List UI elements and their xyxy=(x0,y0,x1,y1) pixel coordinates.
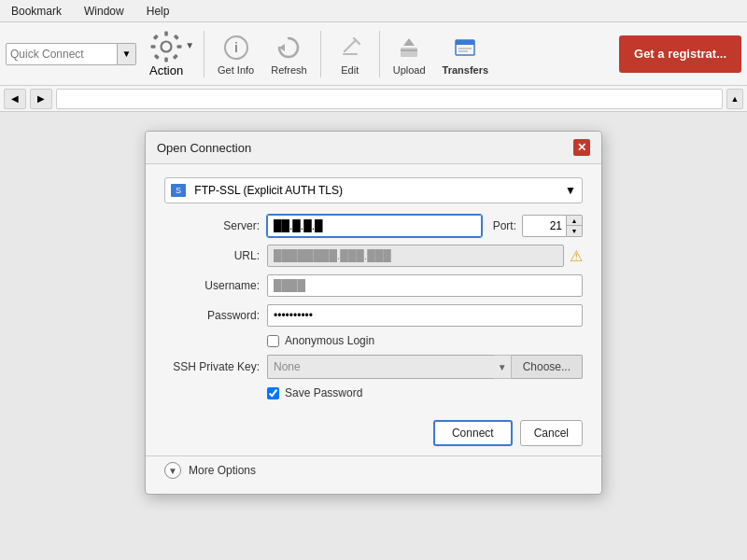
protocol-chevron-icon: ▼ xyxy=(565,184,576,197)
edit-icon xyxy=(335,33,365,63)
username-input[interactable] xyxy=(267,274,583,297)
transfers-icon xyxy=(450,33,480,63)
more-options-chevron-icon: ▼ xyxy=(164,462,181,479)
svg-point-0 xyxy=(162,42,172,52)
action-button[interactable]: Action xyxy=(146,26,187,81)
menu-bar: Bookmark Window Help xyxy=(0,0,747,22)
dialog-close-button[interactable]: ✕ xyxy=(573,139,590,156)
url-row: URL: ⚠ xyxy=(164,245,583,267)
anonymous-label: Anonymous Login xyxy=(285,334,374,347)
ssh-key-select[interactable]: None xyxy=(267,355,494,379)
cancel-button[interactable]: Cancel xyxy=(520,420,583,446)
password-input[interactable] xyxy=(267,304,583,327)
save-password-label: Save Password xyxy=(285,386,362,399)
edit-label: Edit xyxy=(341,64,359,76)
protocol-icon: S xyxy=(171,184,186,197)
port-spin-up[interactable]: ▲ xyxy=(567,216,582,226)
upload-icon xyxy=(394,33,424,63)
svg-rect-5 xyxy=(153,35,159,40)
separator-1 xyxy=(204,31,204,77)
svg-rect-1 xyxy=(164,32,168,36)
separator-3 xyxy=(379,31,380,77)
ssh-dropdown-arrow[interactable]: ▼ xyxy=(494,355,512,379)
password-row: Password: xyxy=(164,304,583,327)
refresh-icon xyxy=(274,33,303,63)
svg-rect-15 xyxy=(401,48,417,57)
svg-rect-8 xyxy=(154,54,160,60)
password-label: Password: xyxy=(164,309,267,322)
get-info-label: Get Info xyxy=(218,64,254,76)
open-connection-dialog: Open Connection ✕ S FTP-SSL (Explicit AU… xyxy=(145,131,602,495)
dialog-buttons: Connect Cancel xyxy=(146,420,601,446)
connect-button[interactable]: Connect xyxy=(433,420,513,446)
svg-text:i: i xyxy=(234,40,238,55)
protocol-value: FTP-SSL (Explicit AUTH TLS) xyxy=(194,184,343,197)
dialog-overlay: Open Connection ✕ S FTP-SSL (Explicit AU… xyxy=(0,112,747,560)
dialog-titlebar: Open Connection ✕ xyxy=(146,132,601,164)
protocol-dropdown[interactable]: S FTP-SSL (Explicit AUTH TLS) ▼ xyxy=(164,177,583,203)
svg-rect-2 xyxy=(164,58,168,63)
server-label: Server: xyxy=(164,219,267,232)
menu-help[interactable]: Help xyxy=(143,3,174,20)
url-label: URL: xyxy=(164,249,267,262)
url-input[interactable] xyxy=(267,245,564,267)
svg-line-13 xyxy=(345,40,356,51)
port-spinners: ▲ ▼ xyxy=(567,215,583,237)
svg-rect-6 xyxy=(173,54,178,60)
ssh-choose-button[interactable]: Choose... xyxy=(512,355,583,379)
protocol-row: S FTP-SSL (Explicit AUTH TLS) ▼ xyxy=(164,177,583,203)
main-content: Open Connection ✕ S FTP-SSL (Explicit AU… xyxy=(0,112,747,560)
ssh-key-row: SSH Private Key: None ▼ Choose... xyxy=(164,355,583,379)
registration-button[interactable]: Get a registrat... xyxy=(619,35,741,73)
warning-icon: ⚠ xyxy=(570,247,583,265)
svg-rect-19 xyxy=(456,40,474,45)
server-input[interactable] xyxy=(267,215,482,237)
port-input-wrap: ▲ ▼ xyxy=(522,215,583,237)
save-password-row: Save Password xyxy=(164,386,583,399)
quick-connect-dropdown[interactable]: ▼ xyxy=(118,43,136,65)
nav-back-button[interactable]: ◀ xyxy=(4,89,26,109)
upload-label: Upload xyxy=(393,64,426,76)
svg-rect-7 xyxy=(174,35,179,40)
port-input[interactable] xyxy=(522,215,567,237)
svg-marker-17 xyxy=(403,38,415,46)
menu-window[interactable]: Window xyxy=(80,3,128,20)
port-label: Port: xyxy=(493,219,516,232)
upload-button[interactable]: Upload xyxy=(386,29,433,79)
refresh-label: Refresh xyxy=(271,64,307,76)
quick-connect-input[interactable] xyxy=(6,43,118,65)
info-icon: i xyxy=(221,33,251,63)
svg-rect-12 xyxy=(343,53,358,55)
gear-icon xyxy=(149,30,183,63)
more-options-label: More Options xyxy=(189,464,256,477)
transfers-label: Transfers xyxy=(443,64,489,76)
ssh-key-label: SSH Private Key: xyxy=(164,360,267,373)
action-label: Action xyxy=(149,63,183,77)
dialog-body: S FTP-SSL (Explicit AUTH TLS) ▼ Server: … xyxy=(146,164,601,420)
server-port-row: Server: Port: ▲ ▼ xyxy=(164,215,583,237)
username-label: Username: xyxy=(164,279,267,292)
edit-button[interactable]: Edit xyxy=(327,29,374,79)
action-dropdown-arrow[interactable]: ▼ xyxy=(185,40,194,50)
more-options-row[interactable]: ▼ More Options xyxy=(146,455,601,479)
transfers-button[interactable]: Transfers xyxy=(435,29,497,79)
username-row: Username: xyxy=(164,274,583,297)
menu-bookmark[interactable]: Bookmark xyxy=(7,3,65,20)
nav-bar: ◀ ▶ ▲ xyxy=(0,86,747,112)
dialog-title: Open Connection xyxy=(157,141,251,155)
svg-rect-4 xyxy=(177,45,182,49)
toolbar: ▼ Action ▼ xyxy=(0,22,747,86)
port-spin-down[interactable]: ▼ xyxy=(567,226,582,236)
nav-scroll-right-button[interactable]: ▲ xyxy=(726,89,743,109)
get-info-button[interactable]: i Get Info xyxy=(210,29,261,79)
anonymous-checkbox[interactable] xyxy=(267,335,279,347)
save-password-checkbox[interactable] xyxy=(267,387,279,399)
quick-connect-container: ▼ xyxy=(6,43,136,65)
anonymous-row: Anonymous Login xyxy=(164,334,583,347)
nav-path-bar[interactable] xyxy=(56,89,723,109)
svg-rect-3 xyxy=(151,45,156,49)
separator-2 xyxy=(320,31,321,77)
refresh-button[interactable]: Refresh xyxy=(263,29,315,79)
nav-forward-button[interactable]: ▶ xyxy=(30,89,52,109)
svg-rect-16 xyxy=(401,49,417,51)
